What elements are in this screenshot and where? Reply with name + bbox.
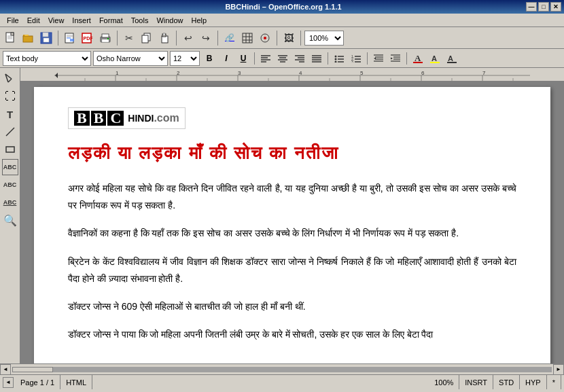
svg-point-56 <box>335 60 337 63</box>
ruler: // Will be rendered via SVG 1 2 3 4 5 6 … <box>20 68 564 82</box>
rect-tool[interactable] <box>2 141 18 158</box>
bbc-dotcom-label: .com <box>154 112 179 124</box>
menu-file[interactable]: File <box>3 15 23 26</box>
text-tool[interactable]: T <box>2 106 18 122</box>
main-area: ⛶ T ABC ABC ABC 🔍 // Will be rendered <box>0 68 564 363</box>
font-select[interactable]: Osho Narrow <box>93 51 168 66</box>
unordered-list-button[interactable] <box>332 51 347 66</box>
find-tool[interactable]: 🔍 <box>2 212 18 228</box>
hscrollbar: ◄ ► <box>0 363 564 374</box>
svg-text:5: 5 <box>360 70 364 76</box>
open-button[interactable] <box>20 30 37 46</box>
menu-help[interactable]: Help <box>188 15 211 26</box>
separator-3 <box>176 31 177 46</box>
svg-rect-1 <box>11 33 14 35</box>
svg-rect-20 <box>102 39 109 42</box>
menu-insert[interactable]: Insert <box>68 15 95 26</box>
maximize-button[interactable]: □ <box>538 2 549 12</box>
svg-rect-80 <box>447 62 457 63</box>
menu-tools[interactable]: Tools <box>127 15 153 26</box>
ordered-list-button[interactable]: 1.2.3. <box>349 51 364 66</box>
menu-view[interactable]: View <box>44 15 69 26</box>
character-format-button[interactable]: A̲ <box>444 51 459 66</box>
svg-rect-6 <box>23 36 33 42</box>
star-indicator: * <box>547 375 561 389</box>
svg-rect-77 <box>430 62 440 63</box>
bbc-hindi-label: HINDI <box>128 113 154 124</box>
table-button[interactable] <box>239 30 255 46</box>
undo-button[interactable]: ↩ <box>180 30 196 46</box>
decrease-indent-button[interactable] <box>371 51 386 66</box>
hyp-indicator: HYP <box>520 375 547 389</box>
highlight-button[interactable]: A <box>427 51 442 66</box>
titlebar-controls[interactable]: — □ ✕ <box>526 2 564 12</box>
svg-marker-73 <box>391 57 393 59</box>
abc-border-tool[interactable]: ABC <box>2 159 18 175</box>
hscroll-left-button[interactable]: ◄ <box>0 364 11 375</box>
navigator-button[interactable] <box>257 30 273 46</box>
svg-text:2: 2 <box>177 70 180 76</box>
underline-button[interactable]: U <box>236 51 251 66</box>
abc-plain-tool[interactable]: ABC <box>2 177 18 193</box>
svg-rect-15 <box>70 39 74 41</box>
hscroll-thumb[interactable] <box>12 367 53 372</box>
abc-underline-tool[interactable]: ABC <box>2 194 18 211</box>
edit-button[interactable] <box>62 30 78 46</box>
zoom-select[interactable]: 100% 75% 150% <box>304 31 344 46</box>
line-tool[interactable] <box>2 124 18 140</box>
hyperlink-button[interactable]: 🔗 <box>222 30 238 46</box>
svg-rect-19 <box>102 34 109 37</box>
size-select[interactable]: 12 <box>170 51 200 66</box>
separator-5 <box>277 31 277 46</box>
doc-container[interactable]: // Will be rendered via SVG 1 2 3 4 5 6 … <box>20 68 564 363</box>
italic-button[interactable]: I <box>219 51 234 66</box>
cut-button[interactable]: ✂ <box>121 30 137 46</box>
paste-button[interactable] <box>156 30 173 46</box>
svg-point-52 <box>335 55 337 57</box>
svg-rect-75 <box>413 62 423 63</box>
save-button[interactable] <box>38 30 54 46</box>
minimize-button[interactable]: — <box>526 2 537 12</box>
increase-indent-button[interactable] <box>388 51 403 66</box>
bold-button[interactable]: B <box>202 51 217 66</box>
document-page: B B C HINDI .com लड़की या लड़का माँ की स… <box>34 87 550 363</box>
para-4: डॉक्टर जोन्स ने 609 ऐसी महिलाओं से बातची… <box>68 298 516 315</box>
hindi-heading: लड़की या लड़का माँ की सोच का नतीजा <box>68 140 516 166</box>
svg-text:7: 7 <box>482 70 486 76</box>
style-select[interactable]: Text body <box>3 51 91 66</box>
svg-text:3: 3 <box>238 70 241 76</box>
pdf-button[interactable]: PDF <box>80 30 96 46</box>
svg-rect-27 <box>243 33 252 43</box>
print-button[interactable] <box>97 30 113 46</box>
menu-window[interactable]: Window <box>152 15 187 26</box>
align-center-button[interactable] <box>275 51 290 66</box>
select-tool[interactable] <box>2 71 18 87</box>
redo-button[interactable]: ↪ <box>198 30 214 46</box>
zoom-tool[interactable]: ⛶ <box>2 88 18 105</box>
close-button[interactable]: ✕ <box>550 2 561 12</box>
font-color-button[interactable]: A <box>410 51 425 66</box>
bbc-b1: B <box>74 111 90 126</box>
para-2: वैज्ञानिकों का कहना है कि यहाँ तक कि इस … <box>68 225 516 242</box>
align-right-button[interactable] <box>292 51 307 66</box>
align-justify-button[interactable] <box>309 51 324 66</box>
svg-point-54 <box>335 58 337 60</box>
align-left-button[interactable] <box>258 51 273 66</box>
svg-text:PDF: PDF <box>84 36 94 41</box>
menu-edit[interactable]: Edit <box>23 15 44 26</box>
svg-line-83 <box>8 79 12 82</box>
separator-1 <box>58 31 58 46</box>
hscroll-right-button[interactable]: ► <box>553 364 564 375</box>
hscroll-track[interactable] <box>12 367 552 372</box>
page-prev-button[interactable]: ◄ <box>3 377 14 388</box>
titlebar-title: BBCHindi – OpenOffice.org 1.1.1 <box>41 3 526 11</box>
insert-mode-indicator: INSRT <box>459 375 493 389</box>
menubar: File Edit View Insert Format Tools Windo… <box>0 14 564 27</box>
para-1: अगर कोई महिला यह सोचे कि वह कितने दिन जी… <box>68 180 516 214</box>
copy-button[interactable] <box>139 30 155 46</box>
formattingbar: Text body Osho Narrow 12 B I U 1.2.3. A … <box>0 49 564 68</box>
gallery-button[interactable]: 🖼 <box>281 30 297 46</box>
menu-format[interactable]: Format <box>95 15 127 26</box>
new-button[interactable] <box>3 30 19 46</box>
svg-text:6: 6 <box>421 70 425 76</box>
